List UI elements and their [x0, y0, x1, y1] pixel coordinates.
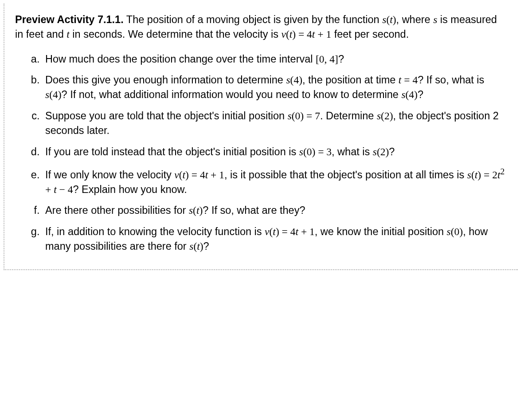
- activity-block: Preview Activity 7.1.1. The position of …: [4, 4, 518, 270]
- math-expr: v(t) = 4t + 1: [265, 226, 315, 237]
- math-expr: s(2): [377, 110, 393, 122]
- item-c: Suppose you are told that the object's i…: [43, 109, 507, 138]
- math-expr: s(0) = 3: [299, 146, 332, 157]
- item-a: How much does the position change over t…: [43, 52, 507, 67]
- item-f: Are there other possibilities for s(t)? …: [43, 203, 507, 218]
- math-expr: s(t): [189, 240, 203, 252]
- math-expr: v(t) = 4t + 1: [281, 28, 331, 40]
- activity-title: Preview Activity 7.1.1.: [15, 14, 124, 25]
- math-expr: s(4): [286, 74, 302, 86]
- math-expr: [0, 4]: [316, 53, 338, 65]
- math-expr: s(0) = 7: [288, 110, 320, 122]
- math-expr: s(4): [401, 89, 418, 100]
- math-expr: s(2): [373, 146, 389, 157]
- item-d: If you are told instead that the object'…: [43, 145, 507, 159]
- math-expr: s(t): [189, 204, 203, 216]
- math-expr: s(4): [45, 89, 62, 100]
- activity-intro: Preview Activity 7.1.1. The position of …: [15, 12, 507, 42]
- math-expr: v(t) = 4t + 1: [174, 169, 224, 181]
- activity-list: How much does the position change over t…: [15, 52, 507, 254]
- math-expr: s: [433, 14, 437, 25]
- math-expr: s(t): [382, 14, 396, 25]
- item-e: If we only know the velocity v(t) = 4t +…: [43, 165, 507, 197]
- item-g: If, in addition to knowing the velocity …: [43, 224, 507, 254]
- math-expr: s(0): [447, 226, 463, 237]
- item-b: Does this give you enough information to…: [43, 73, 507, 102]
- math-expr: t = 4: [399, 74, 418, 86]
- intro-text: The position of a moving object is given…: [126, 14, 382, 25]
